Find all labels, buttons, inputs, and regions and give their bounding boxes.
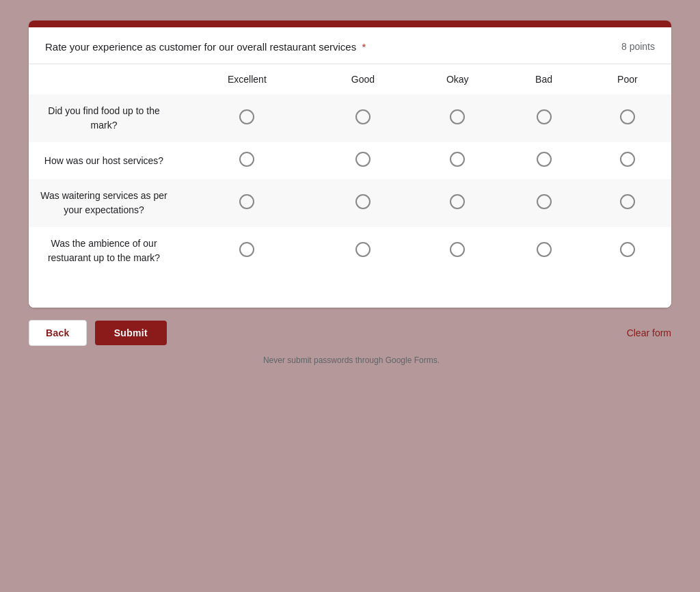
submit-button[interactable]: Submit <box>95 321 167 345</box>
card-header: Rate your experience as customer for our… <box>29 27 671 64</box>
table-row: Did you find food up to the mark? <box>29 94 671 142</box>
radio-3-okay[interactable] <box>450 242 465 257</box>
page-wrapper: Rate your experience as customer for our… <box>0 14 700 592</box>
points-label: 8 points <box>621 41 655 52</box>
radio-2-poor[interactable] <box>620 194 635 209</box>
survey-card: Rate your experience as customer for our… <box>29 21 671 308</box>
radio-cell <box>315 142 411 179</box>
radio-2-bad[interactable] <box>537 194 552 209</box>
radio-cell <box>584 142 671 179</box>
row-label-2: Was waitering services as per your expec… <box>29 179 179 227</box>
radio-cell <box>584 94 671 142</box>
radio-cell <box>504 179 583 227</box>
radio-0-bad[interactable] <box>537 109 552 124</box>
row-label-header <box>29 64 179 94</box>
col-header-excellent: Excellent <box>179 64 315 94</box>
table-row: How was our host services? <box>29 142 671 179</box>
row-label-3: Was the ambience of our restuarant up to… <box>29 227 179 275</box>
col-header-bad: Bad <box>504 64 583 94</box>
col-header-poor: Poor <box>584 64 671 94</box>
radio-3-poor[interactable] <box>620 242 635 257</box>
radio-3-good[interactable] <box>355 242 371 257</box>
radio-cell <box>179 227 315 275</box>
radio-cell <box>584 179 671 227</box>
radio-cell <box>411 179 504 227</box>
row-label-1: How was our host services? <box>29 142 179 179</box>
column-header-row: Excellent Good Okay Bad Poor <box>29 64 671 94</box>
row-label-0: Did you find food up to the mark? <box>29 94 179 142</box>
radio-1-good[interactable] <box>355 152 371 167</box>
radio-2-excellent[interactable] <box>239 194 254 209</box>
table-row: Was waitering services as per your expec… <box>29 179 671 227</box>
radio-cell <box>504 94 583 142</box>
radio-cell <box>179 94 315 142</box>
footer-note: Never submit passwords through Google Fo… <box>260 355 440 365</box>
card-footer-area <box>29 275 671 308</box>
card-title-text: Rate your experience as customer for our… <box>45 41 356 53</box>
required-star: * <box>362 41 366 53</box>
radio-cell <box>504 227 583 275</box>
radio-cell <box>584 227 671 275</box>
radio-3-excellent[interactable] <box>239 242 254 257</box>
radio-cell <box>315 94 411 142</box>
radio-2-good[interactable] <box>355 194 371 209</box>
back-button[interactable]: Back <box>29 320 87 346</box>
radio-0-excellent[interactable] <box>239 109 254 124</box>
radio-2-okay[interactable] <box>450 194 465 209</box>
radio-cell <box>315 227 411 275</box>
radio-cell <box>411 142 504 179</box>
radio-cell <box>411 94 504 142</box>
col-header-good: Good <box>315 64 411 94</box>
radio-cell <box>315 179 411 227</box>
radio-cell <box>179 142 315 179</box>
radio-0-okay[interactable] <box>450 109 465 124</box>
card-title: Rate your experience as customer for our… <box>45 41 608 53</box>
col-header-okay: Okay <box>411 64 504 94</box>
radio-cell <box>179 179 315 227</box>
radio-1-bad[interactable] <box>537 152 552 167</box>
radio-3-bad[interactable] <box>537 242 552 257</box>
radio-1-excellent[interactable] <box>239 152 254 167</box>
radio-cell <box>504 142 583 179</box>
clear-form-button[interactable]: Clear form <box>627 327 671 338</box>
bottom-bar: Back Submit Clear form <box>29 320 671 346</box>
radio-1-poor[interactable] <box>620 152 635 167</box>
radio-cell <box>411 227 504 275</box>
radio-0-poor[interactable] <box>620 109 635 124</box>
radio-1-okay[interactable] <box>450 152 465 167</box>
rating-grid: Excellent Good Okay Bad Poor Did you fin… <box>29 64 671 275</box>
radio-0-good[interactable] <box>355 109 371 124</box>
bottom-left-buttons: Back Submit <box>29 320 167 346</box>
table-row: Was the ambience of our restuarant up to… <box>29 227 671 275</box>
